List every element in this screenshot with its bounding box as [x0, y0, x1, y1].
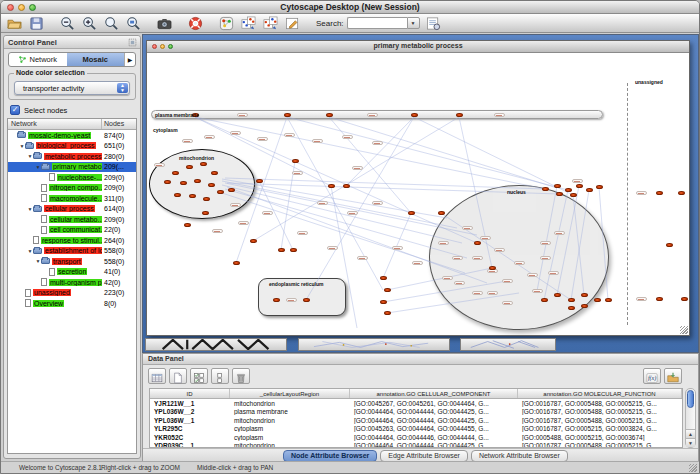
network-node[interactable]: [174, 193, 181, 198]
network-node[interactable]: [194, 179, 201, 184]
tree-item-primary-metabo[interactable]: ▼primary metabo...209(...: [8, 162, 136, 173]
network-node[interactable]: [565, 188, 572, 193]
tree-item-mosaic-demo-yeast[interactable]: mosaic-demo-yeast874(0): [8, 130, 136, 141]
network-edge[interactable]: [259, 181, 293, 250]
network-edge[interactable]: [222, 185, 462, 243]
tab-network[interactable]: Network: [9, 53, 67, 66]
network-edge[interactable]: [225, 183, 477, 235]
network-node[interactable]: [233, 261, 240, 266]
tree-item-biological-process[interactable]: ▼biological_process651(0): [8, 141, 136, 152]
select-nodes-checkbox[interactable]: ✓: [10, 105, 20, 115]
tree-item-cellular-metabo[interactable]: cellular metabo...209(0): [8, 214, 136, 225]
tree-column-nodes[interactable]: Nodes: [102, 119, 136, 129]
tree-column-network[interactable]: Network: [8, 119, 102, 129]
column-header-id[interactable]: ID: [150, 389, 230, 398]
app-resize-grip[interactable]: [689, 464, 697, 472]
network-node[interactable]: [474, 241, 481, 246]
network-node[interactable]: [568, 298, 575, 303]
network-node[interactable]: [408, 211, 415, 216]
tree-item-macromolecule[interactable]: macromolecule...311(0): [8, 193, 136, 204]
network-node[interactable]: [343, 184, 350, 189]
network-node[interactable]: [581, 304, 588, 309]
network-node[interactable]: [290, 248, 297, 253]
help-icon[interactable]: [188, 16, 203, 31]
network-node[interactable]: [228, 188, 235, 193]
network-edge[interactable]: [329, 117, 557, 188]
annotations-icon[interactable]: [285, 16, 300, 31]
network-node[interactable]: [678, 191, 685, 196]
network-node[interactable]: [208, 183, 215, 188]
tab-mosaic[interactable]: Mosaic: [67, 53, 125, 66]
search-input[interactable]: [347, 17, 407, 29]
tab-network-attribute-browser[interactable]: Network Attribute Browser: [471, 450, 568, 462]
float-panel-icon[interactable]: [128, 38, 137, 47]
network-node[interactable]: [554, 293, 561, 298]
network-node[interactable]: [456, 113, 463, 118]
network-edge[interactable]: [195, 117, 331, 186]
table-row[interactable]: YPL036W__1mitochondrion[GO:0044464, GO:0…: [150, 416, 682, 425]
network-node[interactable]: [203, 197, 210, 202]
tree-item-establishment-of-lo[interactable]: ▼establishment of lo...558(0): [8, 246, 136, 257]
table-row[interactable]: YKR052Ccytoplasm[GO:0044464, GO:0044446,…: [150, 433, 682, 442]
zoom-selected-icon[interactable]: [126, 16, 141, 31]
import-attributes-button[interactable]: [664, 368, 682, 384]
delete-attribute-button[interactable]: [232, 368, 250, 384]
network-node[interactable]: [303, 298, 310, 303]
network-edge[interactable]: [346, 117, 414, 186]
scroll-up-icon[interactable]: ▲: [686, 429, 695, 438]
network-node[interactable]: [380, 276, 387, 281]
tab-overflow-arrow[interactable]: ▶: [124, 53, 135, 66]
network-node[interactable]: [681, 297, 688, 302]
network-edge[interactable]: [537, 186, 557, 291]
network-node[interactable]: [384, 288, 391, 293]
network-snapshot-icon[interactable]: [157, 16, 172, 31]
network-node[interactable]: [328, 184, 335, 189]
network-node[interactable]: [556, 192, 563, 197]
table-row[interactable]: YLR295Ccytoplasm[GO:0045263, GO:0044464,…: [150, 425, 682, 434]
network-edge[interactable]: [571, 190, 589, 300]
network-edge[interactable]: [195, 117, 477, 243]
network-node[interactable]: [256, 179, 263, 184]
network-edge[interactable]: [287, 117, 568, 190]
tree-item-response-to-stimul[interactable]: response to stimul...264(0): [8, 235, 136, 246]
network-edge[interactable]: [573, 195, 584, 295]
node-color-dropdown[interactable]: transporter activity ▲▼: [14, 81, 130, 95]
network-node[interactable]: [186, 165, 193, 170]
minimized-window-thumbnail[interactable]: [460, 338, 556, 351]
network-edge[interactable]: [557, 186, 579, 295]
network-node[interactable]: [202, 211, 209, 216]
network-node[interactable]: [489, 266, 496, 271]
unselect-attributes-button[interactable]: [211, 368, 229, 384]
select-attributes-button[interactable]: [190, 368, 208, 384]
tree-item-multi-organism-pro[interactable]: multi-organism pro...42(0): [8, 277, 136, 288]
network-node[interactable]: [438, 211, 445, 216]
network-node[interactable]: [200, 162, 207, 167]
network-edge[interactable]: [227, 187, 487, 283]
network-node[interactable]: [581, 293, 588, 298]
open-network-icon[interactable]: [7, 16, 22, 31]
scroll-down-icon[interactable]: ▼: [686, 438, 695, 447]
network-node[interactable]: [568, 306, 575, 311]
tree-item-unassigned[interactable]: unassigned223(0): [8, 288, 136, 299]
merge-networks-2-icon[interactable]: [263, 16, 278, 31]
table-scrollbar[interactable]: ▲ ▼: [685, 388, 696, 448]
network-node[interactable]: [211, 171, 218, 176]
network-node[interactable]: [656, 297, 663, 302]
network-node[interactable]: [570, 193, 577, 198]
network-node[interactable]: [380, 300, 387, 305]
network-node[interactable]: [326, 113, 333, 118]
table-row[interactable]: YPL036W__2plasma membrane[GO:0044464, GO…: [150, 408, 682, 417]
network-node[interactable]: [605, 298, 612, 303]
network-node[interactable]: [586, 188, 593, 193]
tree-item-overview[interactable]: Overview8(0): [8, 298, 136, 309]
attribute-table-button[interactable]: [148, 368, 166, 384]
network-node[interactable]: [666, 243, 673, 248]
network-edge[interactable]: [387, 293, 519, 313]
tree-item-transport[interactable]: ▼transport558(0): [8, 256, 136, 267]
tree-item-cell-communicat[interactable]: cell communicat...22(0): [8, 225, 136, 236]
tree-item-nitrogen-compo[interactable]: nitrogen compo...209(0): [8, 183, 136, 194]
network-node[interactable]: [189, 194, 196, 199]
network-node[interactable]: [542, 187, 549, 192]
network-edge[interactable]: [459, 117, 492, 268]
network-node[interactable]: [284, 113, 291, 118]
